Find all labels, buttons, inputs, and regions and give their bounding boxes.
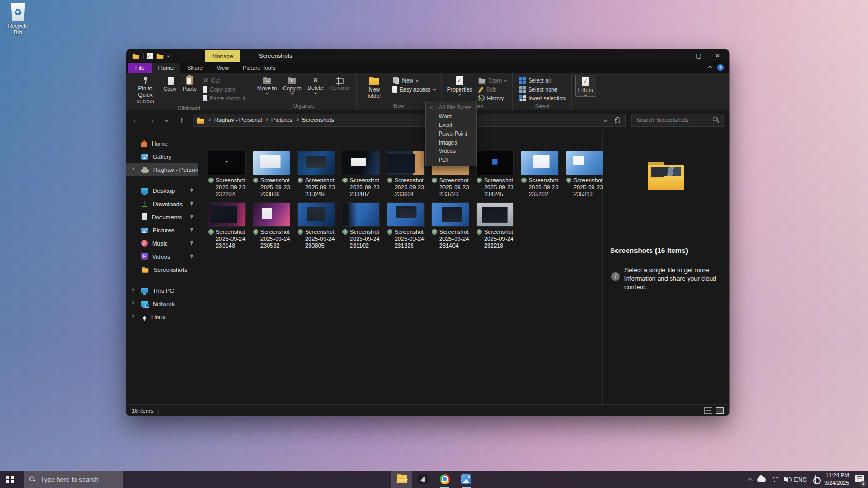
filters-button[interactable]: Filters: [575, 75, 597, 97]
sidebar-item-desktop[interactable]: Desktop: [126, 184, 198, 197]
copy-button[interactable]: Copy: [160, 75, 179, 93]
filters-menu-item-excel[interactable]: Excel: [426, 120, 476, 129]
expand-chevron-icon[interactable]: [131, 314, 134, 318]
address-dropdown-icon[interactable]: [604, 118, 608, 121]
back-button[interactable]: ←: [129, 113, 143, 127]
breadcrumb-item-raghav-personal[interactable]: Raghav - Personal: [214, 117, 262, 123]
search-box[interactable]: [631, 114, 724, 127]
sidebar-item-home[interactable]: Home: [126, 137, 198, 150]
filters-menu-item-word[interactable]: Word: [426, 112, 476, 121]
recent-locations-button[interactable]: [160, 113, 173, 127]
cut-button[interactable]: Cut: [200, 76, 248, 85]
properties-icon[interactable]: [147, 53, 153, 59]
taskbar-chrome[interactable]: [434, 471, 456, 488]
history-button[interactable]: History: [475, 94, 510, 103]
sidebar-item-network[interactable]: Network: [126, 297, 198, 310]
properties-button[interactable]: Properties: [445, 75, 475, 96]
breadcrumb-item-pictures[interactable]: Pictures: [271, 117, 292, 123]
sidebar-item-documents[interactable]: Documents: [126, 210, 198, 223]
file-thumbnail[interactable]: [208, 151, 245, 175]
maximize-button[interactable]: ▢: [689, 49, 708, 62]
file-tile-screenshot-2025-09-23-234245[interactable]: ✓Screenshot 2025-09-23 234245: [472, 151, 517, 198]
recycle-bin[interactable]: ♻ Recycle Bin: [3, 3, 33, 35]
list-view-toggle[interactable]: [704, 407, 712, 414]
taskbar-file-explorer[interactable]: [391, 471, 412, 488]
action-center-button[interactable]: 1: [855, 475, 864, 484]
new-folder-button[interactable]: New folder: [360, 75, 389, 100]
edit-button[interactable]: Edit: [475, 85, 510, 94]
tab-file[interactable]: File: [128, 63, 152, 73]
move-to-button[interactable]: Move to: [255, 75, 279, 95]
expand-chevron-icon[interactable]: [131, 167, 134, 170]
easy-access-button[interactable]: Easy access: [390, 85, 438, 94]
help-icon[interactable]: ?: [717, 64, 724, 71]
expand-chevron-icon[interactable]: [131, 288, 134, 291]
collapse-ribbon-icon[interactable]: [708, 66, 712, 69]
file-tile-screenshot-2025-09-24-231326[interactable]: ✓Screenshot 2025-09-24 231326: [383, 203, 428, 249]
sidebar-item-videos[interactable]: Videos: [126, 250, 198, 263]
folder-icon[interactable]: [133, 55, 139, 59]
clock[interactable]: 11:24 PM 9/24/2025: [824, 472, 849, 486]
taskbar-search-input[interactable]: [41, 476, 118, 483]
sidebar-item-music[interactable]: Music: [126, 237, 198, 250]
sidebar-item-pictures[interactable]: Pictures: [126, 223, 198, 237]
tab-home[interactable]: Home: [152, 63, 180, 73]
select-all-button[interactable]: Select all: [516, 76, 568, 85]
filters-menu-item-pdf[interactable]: PDF: [426, 156, 476, 165]
file-tile-screenshot-2025-09-23-232204[interactable]: ✓Screenshot 2025-09-23 232204: [204, 151, 249, 198]
file-thumbnail[interactable]: [342, 203, 379, 226]
search-input[interactable]: [636, 117, 710, 123]
pin-to-quick-access-button[interactable]: Pin to Quick access: [130, 75, 160, 105]
file-thumbnail[interactable]: [253, 151, 290, 175]
file-tile-screenshot-2025-09-24-232218[interactable]: ✓Screenshot 2025-09-24 232218: [472, 203, 517, 249]
language-indicator[interactable]: ENG: [794, 476, 808, 483]
filters-menu-item-powerpoint[interactable]: PowerPoint: [426, 129, 476, 138]
taskbar-photos[interactable]: [456, 471, 477, 488]
new-item-button[interactable]: New: [390, 76, 438, 85]
up-button[interactable]: ↑: [175, 113, 188, 127]
file-tile-screenshot-2025-09-23-235202[interactable]: ✓Screenshot 2025-09-23 235202: [517, 151, 562, 198]
file-tile-screenshot-2025-09-24-230148[interactable]: ✓Screenshot 2025-09-24 230148: [204, 203, 249, 249]
tab-share[interactable]: Share: [180, 63, 209, 73]
tab-picture-tools[interactable]: Picture Tools: [236, 63, 282, 73]
sidebar-item-linux[interactable]: Linux: [126, 310, 198, 323]
file-thumbnail[interactable]: [208, 203, 245, 226]
sidebar-item-gallery[interactable]: Gallery: [126, 150, 198, 163]
paste-button[interactable]: Paste: [180, 75, 199, 93]
file-tile-screenshot-2025-09-24-230805[interactable]: ✓Screenshot 2025-09-24 230805: [294, 203, 338, 249]
file-tile-screenshot-2025-09-23-233604[interactable]: ✓Screenshot 2025-09-23 233604: [383, 151, 428, 198]
wifi-icon[interactable]: [771, 477, 779, 482]
sidebar-item-downloads[interactable]: Downloads: [126, 197, 198, 210]
breadcrumb[interactable]: Raghav - PersonalPicturesScreenshots: [193, 114, 626, 127]
minimize-button[interactable]: –: [670, 49, 689, 62]
file-tile-screenshot-2025-09-24-231102[interactable]: ✓Screenshot 2025-09-24 231102: [338, 203, 383, 249]
sidebar-item-screenshots[interactable]: Screenshots: [126, 263, 198, 276]
chevron-down-icon[interactable]: [167, 54, 170, 57]
show-hidden-icons-chevron[interactable]: [747, 477, 752, 483]
file-thumbnail[interactable]: [566, 151, 603, 175]
file-thumbnail[interactable]: [387, 151, 424, 175]
new-folder-icon[interactable]: [157, 55, 163, 59]
close-button[interactable]: ✕: [708, 49, 727, 62]
start-button[interactable]: [0, 471, 24, 488]
file-thumbnail[interactable]: [432, 203, 469, 226]
file-thumbnail[interactable]: [521, 151, 558, 175]
file-tile-screenshot-2025-09-24-231404[interactable]: ✓Screenshot 2025-09-24 231404: [428, 203, 472, 249]
forward-button[interactable]: →: [145, 113, 158, 127]
file-thumbnail[interactable]: [342, 151, 379, 175]
file-thumbnail[interactable]: [387, 203, 424, 226]
taskbar-search[interactable]: [24, 471, 123, 488]
filters-menu-item-videos[interactable]: Videos: [426, 147, 476, 156]
manage-contextual-tab[interactable]: Manage: [205, 50, 240, 62]
select-none-button[interactable]: Select none: [516, 85, 568, 94]
file-thumbnail[interactable]: [477, 151, 513, 175]
filters-menu-item-images[interactable]: Images: [426, 138, 476, 147]
file-thumbnail[interactable]: [253, 203, 290, 226]
file-tile-screenshot-2025-09-23-235313[interactable]: ✓Screenshot 2025-09-23 235313: [562, 151, 607, 198]
open-button[interactable]: Open: [475, 76, 510, 85]
file-thumbnail[interactable]: [477, 203, 513, 226]
file-tile-screenshot-2025-09-23-233036[interactable]: ✓Screenshot 2025-09-23 233036: [249, 151, 294, 198]
rename-button[interactable]: Rename: [327, 75, 353, 92]
onedrive-icon[interactable]: [757, 477, 766, 482]
delete-button[interactable]: × Delete: [305, 75, 326, 94]
